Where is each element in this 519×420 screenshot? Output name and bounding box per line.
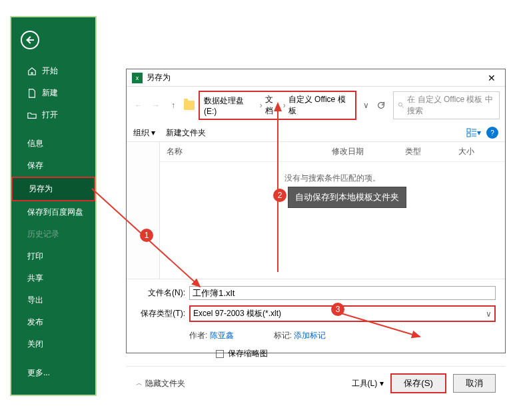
address-bar: ← → ↑ 数据处理盘 (E:)› 文档› 自定义 Office 模板 ∨ 在 … [127, 87, 505, 124]
svg-line-1 [402, 106, 404, 108]
bc-seg[interactable]: 数据处理盘 (E:) [204, 95, 257, 116]
view-mode-icon[interactable]: ▾ [466, 127, 481, 139]
excel-icon: x [132, 73, 143, 83]
annotation-badge-1: 1 [140, 229, 153, 242]
thumbnail-checkbox[interactable]: 保存缩略图 [136, 341, 496, 366]
col-size[interactable]: 大小 [458, 146, 498, 157]
nav-history[interactable]: 历史记录 [11, 223, 95, 245]
nav-label: 打开 [42, 109, 58, 121]
dialog-title: 另存为 [147, 72, 484, 83]
cancel-button[interactable]: 取消 [453, 374, 496, 393]
nav-save-baidu[interactable]: 保存到百度网盘 [11, 201, 95, 223]
nav-more[interactable]: 更多... [11, 362, 95, 384]
author-value[interactable]: 陈亚鑫 [210, 331, 234, 340]
col-name[interactable]: 名称 [167, 146, 332, 157]
save-as-dialog: x 另存为 ✕ ← → ↑ 数据处理盘 (E:)› 文档› 自定义 Office… [126, 69, 506, 353]
nav-label: 信息 [27, 138, 43, 149]
nav-label: 保存到百度网盘 [27, 207, 83, 218]
svg-rect-3 [467, 133, 470, 137]
annotation-tooltip: 自动保存到本地模板文件夹 [288, 187, 406, 208]
chevron-down-icon: ∨ [486, 309, 492, 319]
nav-open[interactable]: 打开 [11, 104, 95, 126]
filetype-value: Excel 97-2003 模板(*.xlt) [193, 308, 281, 319]
chevron-up-icon: ︿ [136, 379, 143, 388]
nav-label: 开始 [42, 65, 58, 77]
refresh-icon[interactable] [373, 97, 389, 113]
col-type[interactable]: 类型 [405, 146, 458, 157]
nav-info[interactable]: 信息 [11, 133, 95, 155]
nav-label: 新建 [42, 87, 58, 99]
nav-home[interactable]: 开始 [11, 60, 95, 82]
col-date[interactable]: 修改日期 [332, 146, 405, 157]
folder-icon [184, 101, 195, 110]
bc-seg[interactable]: 文档 [265, 94, 280, 117]
breadcrumb[interactable]: 数据处理盘 (E:)› 文档› 自定义 Office 模板 [199, 91, 356, 120]
nav-label: 发布 [27, 317, 43, 328]
filename-input[interactable] [189, 286, 496, 300]
search-placeholder: 在 自定义 Office 模板 中搜索 [407, 94, 495, 117]
close-icon[interactable]: ✕ [484, 73, 500, 83]
backstage-sidebar: 开始 新建 打开 信息 保存 另存为 保存到百度网盘 历史记录 打印 共享 导出… [10, 16, 97, 396]
search-icon [398, 101, 404, 109]
nav-new[interactable]: 新建 [11, 82, 95, 104]
organize-button[interactable]: 组织 ▾ [133, 127, 155, 139]
home-icon [27, 67, 37, 76]
tools-button[interactable]: 工具(L) ▾ [352, 378, 384, 389]
svg-rect-2 [467, 129, 470, 132]
nav-share[interactable]: 共享 [11, 267, 95, 289]
save-button[interactable]: 保存(S) [390, 373, 446, 393]
thumb-label: 保存缩略图 [228, 348, 268, 359]
nav-label: 导出 [27, 295, 43, 306]
toolbar: 组织 ▾ 新建文件夹 ▾ ? [127, 124, 505, 142]
checkbox-icon [216, 350, 224, 358]
nav-label: 保存 [27, 160, 43, 171]
nav-label: 共享 [27, 273, 43, 284]
dialog-footer: ︿ 隐藏文件夹 工具(L) ▾ 保存(S) 取消 [127, 366, 505, 400]
help-icon[interactable]: ? [486, 127, 498, 139]
annotation-badge-3: 3 [331, 303, 344, 316]
form-area: 文件名(N): 保存类型(T): Excel 97-2003 模板(*.xlt)… [127, 279, 505, 366]
nav-label: 关闭 [27, 339, 43, 350]
nav-back-icon: ← [132, 99, 145, 112]
bc-seg[interactable]: 自定义 Office 模板 [288, 94, 351, 117]
tree-pane[interactable] [127, 142, 160, 279]
list-header: 名称 修改日期 类型 大小 [160, 142, 505, 162]
nav-label: 另存为 [29, 183, 53, 195]
file-icon [27, 89, 37, 98]
nav-close[interactable]: 关闭 [11, 333, 95, 355]
svg-point-0 [398, 103, 402, 106]
nav-forward-icon: → [149, 99, 163, 112]
author-label: 作者: [189, 331, 207, 340]
file-list-area: 名称 修改日期 类型 大小 没有与搜索条件匹配的项。 [127, 142, 505, 279]
nav-label: 更多... [27, 367, 50, 379]
new-folder-button[interactable]: 新建文件夹 [166, 127, 206, 139]
nav-print[interactable]: 打印 [11, 245, 95, 267]
nav-label: 打印 [27, 251, 43, 262]
nav-export[interactable]: 导出 [11, 289, 95, 311]
filename-label: 文件名(N): [136, 287, 189, 299]
folder-open-icon [27, 111, 37, 120]
titlebar: x 另存为 ✕ [127, 69, 505, 87]
back-arrow-icon[interactable] [21, 31, 39, 49]
nav-publish[interactable]: 发布 [11, 311, 95, 333]
tag-value[interactable]: 添加标记 [294, 331, 326, 340]
annotation-badge-2: 2 [273, 189, 286, 202]
nav-label: 历史记录 [27, 229, 59, 240]
chevron-down-icon[interactable]: ∨ [363, 101, 369, 110]
tag-label: 标记: [274, 331, 292, 340]
nav-up-icon[interactable]: ↑ [167, 99, 180, 112]
filetype-label: 保存类型(T): [136, 308, 189, 319]
search-input[interactable]: 在 自定义 Office 模板 中搜索 [393, 91, 500, 119]
nav-save-as[interactable]: 另存为 [11, 177, 95, 201]
hide-folders-toggle[interactable]: ︿ 隐藏文件夹 [136, 378, 185, 389]
nav-save[interactable]: 保存 [11, 155, 95, 177]
list-pane: 名称 修改日期 类型 大小 没有与搜索条件匹配的项。 [160, 142, 505, 279]
